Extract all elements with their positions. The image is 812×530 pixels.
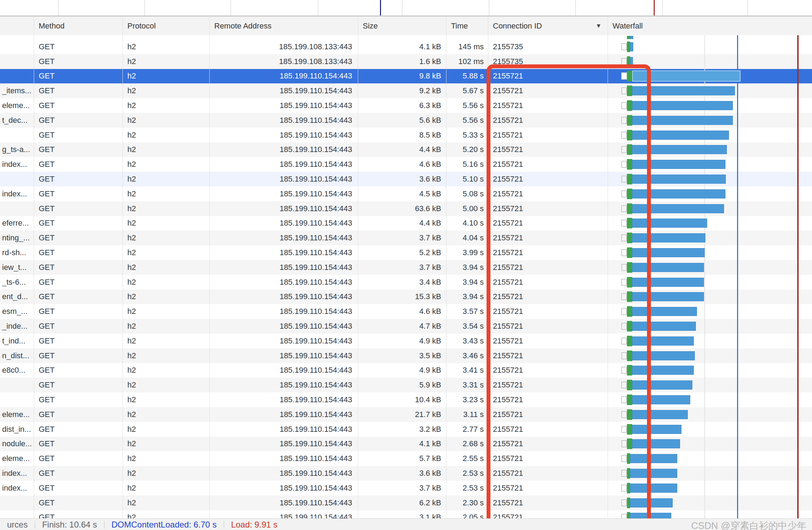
size-cell: 4.6 kB xyxy=(358,157,446,172)
size-cell: 4.4 kB xyxy=(358,216,446,231)
table-row[interactable]: GETh2185.199.110.154:4436.2 kB2.30 s2155… xyxy=(0,496,812,510)
size-cell: 1.6 kB xyxy=(358,54,446,69)
waterfall-queue-square xyxy=(621,293,627,300)
waterfall-waiting-bar xyxy=(627,453,630,464)
remote-address-cell: 185.199.110.154:443 xyxy=(209,451,358,466)
table-row[interactable]: eleme...GETh2185.199.110.154:44321.7 kB3… xyxy=(0,407,812,422)
waterfall-download-bar xyxy=(632,145,727,154)
size-cell: 3.6 kB xyxy=(358,466,446,481)
table-row[interactable]: dist_in...GETh2185.199.110.154:4433.2 kB… xyxy=(0,422,812,437)
table-row[interactable]: _ts-6...GETh2185.199.110.154:4433.4 kB3.… xyxy=(0,275,812,290)
request-name xyxy=(0,378,34,392)
table-row[interactable]: GETh2185.199.110.154:44310.4 kB3.23 s215… xyxy=(0,392,812,407)
method-cell: GET xyxy=(34,496,122,510)
table-row[interactable]: eleme...GETh2185.199.110.154:4436.3 kB5.… xyxy=(0,98,812,113)
table-row[interactable]: e8c0...GETh2185.199.110.154:4434.9 kB3.4… xyxy=(0,363,812,378)
table-row[interactable]: GETh2185.199.108.133:4434.1 kB145 ms2155… xyxy=(0,39,812,54)
method-cell: GET xyxy=(34,157,122,172)
waterfall-waiting-bar xyxy=(627,218,632,228)
table-row[interactable]: index...GETh2185.199.110.154:4434.5 kB5.… xyxy=(0,187,812,201)
clipped-table-row[interactable] xyxy=(0,35,812,39)
table-row[interactable]: index...GETh2185.199.110.154:4434.6 kB5.… xyxy=(0,157,812,172)
waterfall-queue-square xyxy=(621,381,627,389)
waterfall-waiting-bar xyxy=(627,189,632,199)
table-row[interactable]: rd-sh...GETh2185.199.110.154:4435.2 kB3.… xyxy=(0,245,812,260)
sort-desc-icon[interactable]: ▼ xyxy=(596,17,602,35)
table-row[interactable]: esm_...GETh2185.199.110.154:4434.6 kB3.5… xyxy=(0,304,812,319)
waterfall-download-bar xyxy=(630,484,677,493)
remote-address-cell: 185.199.110.154:443 xyxy=(209,245,358,260)
table-row[interactable]: index...GETh2185.199.110.154:4433.7 kB2.… xyxy=(0,481,812,496)
table-row[interactable]: iew_t...GETh2185.199.110.154:4433.7 kB3.… xyxy=(0,260,812,275)
time-cell: 3.41 s xyxy=(446,363,488,378)
table-row[interactable]: nting_...GETh2185.199.110.154:4433.7 kB4… xyxy=(0,231,812,245)
method-cell: GET xyxy=(34,143,122,157)
table-row[interactable]: GETh2185.199.110.154:4438.5 kB5.33 s2155… xyxy=(0,128,812,143)
column-header-method[interactable]: Method xyxy=(39,17,64,35)
waterfall-cell xyxy=(608,113,812,128)
waterfall-queue-square xyxy=(621,190,627,197)
table-row[interactable]: _inde...GETh2185.199.110.154:4434.7 kB3.… xyxy=(0,319,812,334)
column-header-connection-id[interactable]: Connection ID xyxy=(493,17,542,35)
waterfall-cell xyxy=(608,348,812,363)
table-row[interactable]: GETh2185.199.110.154:4433.6 kB5.10 s2155… xyxy=(0,172,812,187)
size-cell: 21.7 kB xyxy=(358,407,446,422)
column-header-protocol[interactable]: Protocol xyxy=(127,17,156,35)
table-row[interactable]: GETh2185.199.110.154:4435.9 kB3.31 s2155… xyxy=(0,378,812,392)
timeline-overview-strip[interactable] xyxy=(0,0,812,17)
waterfall-queue-square xyxy=(621,470,627,477)
table-row[interactable]: t_ind...GETh2185.199.110.154:4434.9 kB3.… xyxy=(0,334,812,348)
overview-grid-divider xyxy=(230,0,231,15)
column-header-time[interactable]: Time xyxy=(451,17,468,35)
table-row[interactable]: GETh2185.199.110.154:44363.6 kB5.00 s215… xyxy=(0,201,812,216)
remote-address-cell: 185.199.110.154:443 xyxy=(209,187,358,201)
status-resources-clipped: urces xyxy=(0,520,35,530)
waterfall-cell xyxy=(608,378,812,392)
table-row[interactable]: index...GETh2185.199.110.154:4433.6 kB2.… xyxy=(0,466,812,481)
table-row[interactable]: ent_d...GETh2185.199.110.154:44315.3 kB3… xyxy=(0,290,812,304)
size-cell: 5.6 kB xyxy=(358,113,446,128)
table-row[interactable]: t_dec...GETh2185.199.110.154:4435.6 kB5.… xyxy=(0,113,812,128)
table-row[interactable]: GETh2185.199.110.154:4433.1 kB2.05 s2155… xyxy=(0,510,812,519)
waterfall-waiting-bar xyxy=(627,115,632,126)
size-cell: 5.9 kB xyxy=(358,378,446,392)
waterfall-cell xyxy=(608,451,812,466)
table-row[interactable]: nodule...GETh2185.199.110.154:4434.1 kB2… xyxy=(0,437,812,452)
method-cell: GET xyxy=(34,510,122,519)
table-row-selected[interactable]: GETh2185.199.110.154:4439.8 kB5.88 s2155… xyxy=(0,69,812,84)
time-cell: 5.08 s xyxy=(446,187,488,201)
protocol-cell: h2 xyxy=(122,275,209,290)
waterfall-waiting-bar xyxy=(627,498,630,508)
connection-id-cell: 2155721 xyxy=(488,496,608,510)
remote-address-cell: 185.199.110.154:443 xyxy=(209,481,358,496)
waterfall-download-bar xyxy=(632,86,735,95)
waterfall-download-bar xyxy=(632,175,726,184)
method-cell: GET xyxy=(34,231,122,245)
connection-id-cell: 2155721 xyxy=(488,245,608,260)
column-header-remote-address[interactable]: Remote Address xyxy=(214,17,272,35)
method-cell: GET xyxy=(34,260,122,275)
remote-address-cell: 185.199.110.154:443 xyxy=(209,83,358,98)
column-header-size[interactable]: Size xyxy=(363,17,378,35)
connection-id-cell: 2155721 xyxy=(488,98,608,113)
waterfall-download-bar xyxy=(632,278,704,287)
table-row[interactable]: _items...GETh2185.199.110.154:4439.2 kB5… xyxy=(0,83,812,98)
time-cell: 3.99 s xyxy=(446,245,488,260)
table-row[interactable]: g_ts-a...GETh2185.199.110.154:4434.4 kB5… xyxy=(0,143,812,157)
request-name: n_dist... xyxy=(0,348,34,363)
waterfall-download-bar xyxy=(630,454,677,463)
method-cell: GET xyxy=(34,437,122,452)
waterfall-download-bar xyxy=(632,366,694,375)
remote-address-cell: 185.199.108.133:443 xyxy=(209,39,358,54)
column-header-waterfall[interactable]: Waterfall xyxy=(613,17,643,35)
table-row[interactable]: eferre...GETh2185.199.110.154:4434.4 kB4… xyxy=(0,216,812,231)
protocol-cell: h2 xyxy=(122,481,209,496)
table-row[interactable]: GETh2185.199.108.133:4431.6 kB102 ms2155… xyxy=(0,54,812,69)
table-row[interactable]: n_dist...GETh2185.199.110.154:4433.5 kB3… xyxy=(0,348,812,363)
protocol-cell: h2 xyxy=(122,83,209,98)
waterfall-download-bar xyxy=(632,101,733,110)
table-row[interactable]: eleme...GETh2185.199.110.154:4435.7 kB2.… xyxy=(0,451,812,466)
request-name: eleme... xyxy=(0,98,34,113)
waterfall-download-bar xyxy=(632,233,705,242)
waterfall-cell xyxy=(608,260,812,275)
